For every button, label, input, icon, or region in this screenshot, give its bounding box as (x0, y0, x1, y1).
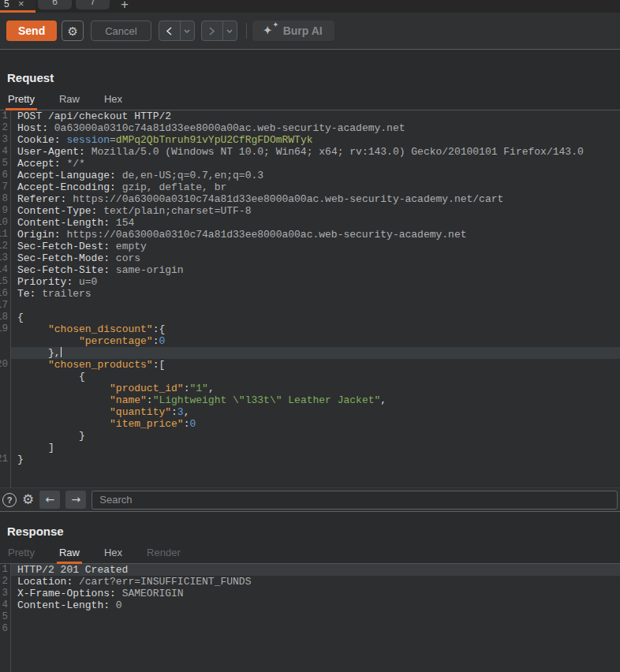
code-line[interactable]: 16Te: trailers (0, 288, 620, 300)
code-line[interactable]: "item_price":0 (0, 418, 620, 430)
line-number: 17 (0, 300, 8, 312)
repeater-toolbar: Send ⚙ Cancel ✦ (0, 13, 620, 50)
send-settings-gear-icon[interactable]: ⚙ (62, 21, 84, 41)
line-content: "percentage":0 (11, 335, 620, 347)
history-back-dropdown[interactable] (181, 21, 194, 40)
code-line[interactable]: 7Accept-Encoding: gzip, deflate, br (0, 181, 620, 193)
line-content: }, (11, 347, 620, 359)
code-line[interactable]: 5Accept: */* (0, 158, 620, 170)
tab-request-hex[interactable]: Hex (103, 90, 123, 110)
line-content: Sec-Fetch-Site: same-origin (11, 264, 620, 276)
code-line[interactable]: 6 (0, 623, 620, 635)
code-line[interactable]: 18{ (0, 312, 620, 323)
search-input[interactable] (92, 491, 618, 510)
tab-response-raw[interactable]: Raw (58, 543, 80, 563)
line-number: 20 (0, 359, 8, 371)
code-line[interactable]: 1HTTP/2 201 Created (0, 564, 620, 576)
code-line[interactable]: 15Priority: u=0 (0, 276, 620, 288)
code-line[interactable]: 14Sec-Fetch-Site: same-origin (0, 264, 620, 276)
repeater-tab-5[interactable]: 5 × (0, 0, 35, 13)
history-forward-split-button (201, 21, 237, 41)
close-icon[interactable]: × (18, 0, 24, 9)
cancel-button[interactable]: Cancel (91, 21, 151, 41)
search-settings-gear-icon[interactable]: ⚙ (22, 493, 34, 507)
send-button[interactable]: Send (6, 21, 57, 41)
line-content: ] (11, 442, 620, 454)
code-line[interactable]: { (0, 371, 620, 383)
response-view-tabs: Pretty Raw Hex Render (0, 543, 620, 564)
line-content: Content-Length: 154 (11, 217, 620, 229)
tab-request-raw[interactable]: Raw (58, 90, 80, 110)
line-content: User-Agent: Mozilla/5.0 (Windows NT 10.0… (11, 146, 620, 158)
line-content: HTTP/2 201 Created (11, 564, 620, 576)
code-line[interactable]: 8Referer: https://0a63000a0310c74a81d33e… (0, 193, 620, 205)
code-line[interactable]: 2Host: 0a63000a0310c74a81d33ee8000a00ac.… (0, 122, 620, 134)
code-line[interactable]: 10Content-Length: 154 (0, 217, 620, 229)
code-line[interactable]: "percentage":0 (0, 335, 620, 347)
code-line[interactable]: 12Sec-Fetch-Dest: empty (0, 241, 620, 252)
code-line[interactable]: 17 (0, 300, 620, 312)
code-line[interactable]: 4User-Agent: Mozilla/5.0 (Windows NT 10.… (0, 146, 620, 158)
code-line[interactable]: 1POST /api/checkout HTTP/2 (0, 110, 620, 122)
code-line[interactable]: 13Sec-Fetch-Mode: cors (0, 252, 620, 264)
history-back-button[interactable] (159, 21, 180, 40)
code-line[interactable]: "quantity":3, (0, 406, 620, 418)
line-content (11, 623, 620, 635)
code-line[interactable]: 11Origin: https://0a63000a0310c74a81d33e… (0, 229, 620, 241)
line-number: 11 (0, 229, 8, 241)
line-content: Location: /cart?err=INSUFFICIENT_FUNDS (11, 576, 620, 588)
search-previous-button[interactable]: ← (39, 491, 60, 509)
line-number: 1 (0, 564, 8, 576)
code-line[interactable]: 5 (0, 611, 620, 623)
code-line[interactable]: 9Content-Type: text/plain;charset=UTF-8 (0, 205, 620, 217)
search-next-button[interactable]: → (65, 491, 86, 509)
line-number: 6 (0, 170, 8, 181)
code-line[interactable]: 21} (0, 454, 620, 465)
tab-response-hex[interactable]: Hex (103, 543, 123, 563)
line-number (0, 335, 8, 347)
line-number: 3 (0, 134, 8, 146)
line-number: 18 (0, 312, 8, 323)
line-content: Referer: https://0a63000a0310c74a81d33ee… (11, 193, 620, 205)
line-number (0, 383, 8, 394)
line-number (0, 418, 8, 430)
sparkle-icon: ✦ ✦ (264, 24, 277, 37)
code-line[interactable]: }, (0, 347, 620, 359)
line-number: 10 (0, 217, 8, 229)
code-line[interactable]: } (0, 430, 620, 442)
line-number: 4 (0, 146, 8, 158)
history-back-split-button (159, 21, 195, 41)
request-panel-header: Request Pretty Raw Hex (0, 50, 620, 110)
repeater-tab-6[interactable]: 6 (38, 0, 72, 9)
line-content: X-Frame-Options: SAMEORIGIN (11, 588, 620, 599)
chevron-right-icon (208, 27, 215, 35)
request-editor[interactable]: 1POST /api/checkout HTTP/22Host: 0a63000… (0, 110, 620, 487)
code-line[interactable]: ] (0, 442, 620, 454)
code-line[interactable]: "product_id":"1", (0, 383, 620, 394)
repeater-tab-label: 7 (90, 0, 95, 9)
repeater-tab-7[interactable]: 7 (76, 0, 110, 9)
code-line[interactable]: 19 "chosen_discount":{ (0, 323, 620, 335)
code-line[interactable]: 2Location: /cart?err=INSUFFICIENT_FUNDS (0, 576, 620, 588)
code-line[interactable]: 6Accept-Language: de,en-US;q=0.7,en;q=0.… (0, 170, 620, 181)
response-editor[interactable]: 1HTTP/2 201 Created2Location: /cart?err=… (0, 564, 620, 672)
burp-ai-button[interactable]: ✦ ✦ Burp AI (252, 21, 334, 41)
code-line[interactable]: 3Cookie: session=dMPq2QbTnruh91vYpU2CfRg… (0, 134, 620, 146)
tab-response-render: Render (146, 543, 181, 563)
history-forward-button[interactable] (202, 21, 222, 40)
line-number: 19 (0, 323, 8, 335)
new-tab-plus-icon[interactable]: + (121, 0, 129, 13)
line-content: Te: trailers (11, 288, 620, 300)
history-forward-dropdown[interactable] (223, 21, 237, 40)
response-panel-header: Response Pretty Raw Hex Render (0, 512, 620, 564)
line-content: "chosen_products":[ (11, 359, 620, 371)
help-icon[interactable]: ? (2, 493, 17, 507)
chevron-down-icon (184, 29, 190, 33)
line-content: Priority: u=0 (11, 276, 620, 288)
line-number: 2 (0, 122, 8, 134)
code-line[interactable]: 4Content-Length: 0 (0, 599, 620, 611)
code-line[interactable]: 3X-Frame-Options: SAMEORIGIN (0, 588, 620, 599)
code-line[interactable]: 20 "chosen_products":[ (0, 359, 620, 371)
tab-request-pretty[interactable]: Pretty (7, 90, 35, 110)
code-line[interactable]: "name":"Lightweight \"l33t\" Leather Jac… (0, 394, 620, 406)
